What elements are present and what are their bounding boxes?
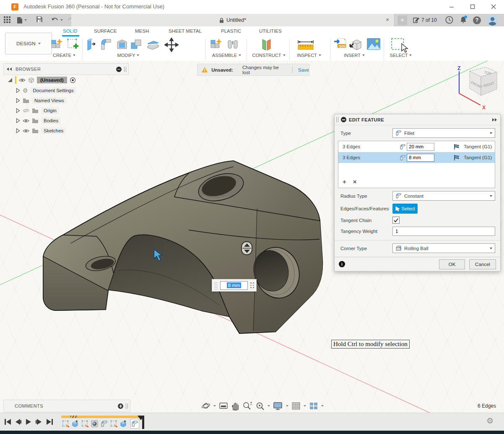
ok-button[interactable]: OK bbox=[439, 259, 465, 269]
fillet-manipulator[interactable] bbox=[242, 242, 252, 255]
timeline-feature-fillet[interactable] bbox=[100, 419, 109, 429]
select-edges-button[interactable]: Select bbox=[392, 204, 418, 214]
save-link[interactable]: Save bbox=[298, 67, 309, 72]
panel-grip[interactable] bbox=[124, 67, 126, 72]
save-button[interactable] bbox=[36, 16, 43, 24]
browser-panel-header[interactable]: BROWSER bbox=[3, 63, 129, 75]
create-sketch-icon[interactable] bbox=[65, 38, 79, 53]
remove-edge-set-button[interactable]: × bbox=[353, 178, 357, 185]
sidebar-item-document-settings[interactable]: ⚙ Document Settings bbox=[16, 86, 76, 95]
display-settings-icon[interactable] bbox=[273, 402, 283, 410]
notifications-bell-icon[interactable] bbox=[460, 16, 467, 26]
expander-icon[interactable] bbox=[16, 118, 20, 123]
maximize-button[interactable] bbox=[466, 3, 479, 12]
visibility-eye-icon[interactable] bbox=[19, 78, 26, 83]
press-pull-icon[interactable] bbox=[85, 38, 98, 53]
dialog-minimize-icon[interactable] bbox=[341, 117, 346, 122]
activate-radio-icon[interactable] bbox=[70, 77, 76, 83]
timeline-feature-sketch[interactable] bbox=[81, 419, 89, 429]
grid-settings-icon[interactable] bbox=[291, 402, 301, 410]
help-icon[interactable]: ? bbox=[473, 16, 481, 24]
job-status-icon[interactable] bbox=[445, 16, 453, 26]
radius-type-dropdown[interactable]: Constant bbox=[392, 191, 495, 201]
continuity-value[interactable]: Tangent (G1) bbox=[464, 144, 492, 149]
tree-item-label[interactable]: Named Views bbox=[32, 97, 67, 104]
tree-item-label[interactable]: Sketches bbox=[41, 127, 66, 134]
modify-group[interactable]: MODIFY bbox=[112, 53, 145, 58]
user-avatar[interactable] bbox=[487, 15, 498, 26]
tree-item-label[interactable]: Bodies bbox=[41, 117, 61, 124]
continuity-value[interactable]: Tangent (G1) bbox=[464, 155, 492, 160]
dimension-menu-icon[interactable] bbox=[250, 282, 254, 288]
measure-icon[interactable] bbox=[297, 40, 314, 52]
tab-surface[interactable]: SURFACE bbox=[94, 28, 117, 34]
tangent-chain-checkbox[interactable] bbox=[392, 217, 400, 224]
viewports-icon[interactable] bbox=[309, 402, 318, 410]
radius-input-active[interactable] bbox=[407, 154, 434, 162]
dimension-value[interactable]: 8 mm bbox=[227, 282, 242, 288]
comments-panel-header[interactable]: COMMENTS bbox=[3, 400, 130, 412]
fit-view-icon[interactable] bbox=[255, 401, 265, 411]
joint-icon[interactable] bbox=[226, 38, 239, 53]
tangency-weight-input[interactable] bbox=[392, 227, 495, 236]
dimension-drag-handle[interactable] bbox=[214, 281, 218, 289]
collapse-panel-icon[interactable] bbox=[6, 67, 12, 71]
combine-icon[interactable] bbox=[130, 38, 143, 53]
insert-mesh-icon[interactable] bbox=[349, 38, 363, 53]
radius-dimension-box[interactable]: 8 mm bbox=[212, 279, 257, 292]
create-group[interactable]: CREATE bbox=[47, 53, 81, 58]
timeline-feature-sketch[interactable] bbox=[61, 419, 70, 429]
document-tab[interactable]: Untitled* × bbox=[71, 14, 395, 26]
sidebar-item-bodies[interactable]: Bodies bbox=[16, 116, 61, 125]
tab-utilities[interactable]: UTILITIES bbox=[259, 28, 282, 34]
sidebar-item-origin[interactable]: Origin bbox=[16, 106, 59, 115]
construct-group[interactable]: CONSTRUCT bbox=[250, 53, 288, 58]
insert-svg-icon[interactable]: SVG bbox=[333, 38, 347, 54]
new-body-icon[interactable] bbox=[50, 38, 64, 53]
timeline-begin-button[interactable] bbox=[4, 418, 11, 425]
settings-gear-icon[interactable]: ⚙ bbox=[486, 416, 494, 426]
timeline-feature-hole[interactable] bbox=[90, 419, 99, 429]
expander-icon[interactable] bbox=[16, 88, 20, 93]
tab-sheet-metal[interactable]: SHEET METAL bbox=[169, 28, 202, 34]
pan-hand-icon[interactable] bbox=[231, 401, 239, 411]
timeline-marker-bar[interactable] bbox=[142, 416, 144, 429]
timeline-step-back-button[interactable] bbox=[15, 418, 22, 425]
construct-plane-icon[interactable] bbox=[259, 38, 273, 54]
corner-type-dropdown[interactable]: Rolling Ball bbox=[392, 243, 495, 253]
timeline-highlight-bar[interactable] bbox=[61, 416, 142, 418]
timeline-end-button[interactable] bbox=[46, 418, 53, 425]
new-tab-button[interactable]: + bbox=[397, 16, 407, 25]
orbit-icon[interactable] bbox=[201, 401, 210, 411]
assemble-group[interactable]: ASSEMBLE bbox=[209, 53, 244, 58]
timeline-step-forward-button[interactable] bbox=[35, 418, 42, 425]
version-control[interactable]: 7 of 10 bbox=[413, 16, 437, 25]
sidebar-item-named-views[interactable]: Named Views bbox=[16, 96, 67, 105]
select-tool-icon[interactable] bbox=[391, 38, 408, 54]
timeline-feature-sketch[interactable] bbox=[109, 419, 118, 429]
split-body-icon[interactable] bbox=[146, 38, 160, 53]
move-copy-icon[interactable] bbox=[164, 38, 179, 54]
new-component-icon[interactable] bbox=[210, 38, 223, 53]
expander-icon[interactable] bbox=[16, 108, 20, 113]
inspect-group[interactable]: INSPECT bbox=[292, 53, 326, 58]
visibility-eye-icon[interactable] bbox=[23, 129, 29, 133]
zoom-icon[interactable] bbox=[242, 401, 252, 411]
tree-item-label[interactable]: Document Settings bbox=[31, 87, 76, 94]
view-cube[interactable]: Z X TOP FRONT RIGHT bbox=[444, 64, 503, 112]
tab-close-icon[interactable]: × bbox=[384, 17, 391, 23]
tree-item-label[interactable]: Origin bbox=[41, 107, 59, 114]
root-expander-icon[interactable] bbox=[8, 78, 13, 83]
minimize-button[interactable] bbox=[445, 3, 458, 12]
radius-input[interactable] bbox=[407, 143, 434, 151]
expander-icon[interactable] bbox=[16, 128, 20, 133]
document-name[interactable]: (Unsaved) bbox=[37, 77, 67, 83]
dialog-expand-icon[interactable] bbox=[492, 118, 497, 121]
timeline-feature-fillet-current[interactable] bbox=[130, 419, 139, 429]
canvas-image-icon[interactable] bbox=[366, 38, 381, 52]
file-menu-button[interactable] bbox=[17, 16, 27, 24]
tab-mesh[interactable]: MESH bbox=[135, 28, 149, 34]
dimension-input[interactable]: 8 mm bbox=[220, 281, 248, 290]
visibility-off-icon[interactable] bbox=[23, 108, 29, 113]
browser-root-item[interactable]: (Unsaved) bbox=[8, 75, 76, 85]
